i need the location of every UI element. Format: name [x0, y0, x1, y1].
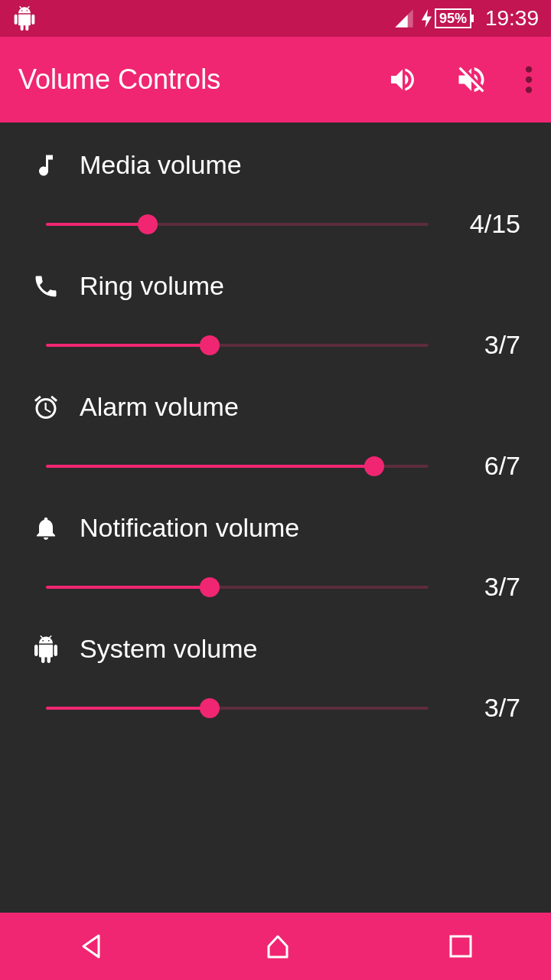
- home-button[interactable]: [262, 931, 293, 962]
- charging-icon: [421, 9, 433, 28]
- volume-section-android: System volume 3/7: [0, 622, 551, 743]
- volume-value: 3/7: [452, 572, 520, 602]
- volume-up-icon[interactable]: [387, 64, 418, 95]
- volume-label: Alarm volume: [80, 392, 239, 422]
- volume-label: Ring volume: [80, 271, 224, 301]
- phone-icon: [31, 273, 61, 300]
- svg-rect-3: [451, 936, 471, 956]
- volume-slider[interactable]: [46, 334, 429, 357]
- app-title: Volume Controls: [18, 64, 220, 96]
- overflow-menu-icon[interactable]: [525, 64, 533, 95]
- signal-icon: [393, 8, 415, 29]
- clock: 19:39: [485, 6, 539, 31]
- back-button[interactable]: [77, 931, 108, 962]
- volume-value: 3/7: [452, 330, 520, 360]
- navigation-bar: [0, 913, 551, 980]
- battery-percentage: 95%: [435, 8, 471, 28]
- android-debug-icon: [12, 6, 37, 31]
- volume-mute-icon[interactable]: [455, 63, 488, 96]
- volume-slider[interactable]: [46, 697, 429, 720]
- volume-section-music: Media volume 4/15: [0, 138, 551, 259]
- android-icon: [31, 635, 61, 663]
- svg-point-0: [526, 67, 532, 73]
- volume-value: 6/7: [452, 451, 520, 481]
- svg-point-1: [526, 77, 532, 83]
- recent-button[interactable]: [448, 933, 474, 959]
- volume-section-phone: Ring volume 3/7: [0, 259, 551, 380]
- volume-label: Notification volume: [80, 513, 299, 543]
- volume-section-alarm: Alarm volume 6/7: [0, 380, 551, 501]
- volume-slider[interactable]: [46, 576, 429, 599]
- status-bar: 95% 19:39: [0, 0, 551, 37]
- music-icon: [31, 152, 61, 179]
- volume-value: 3/7: [452, 693, 520, 723]
- volume-value: 4/15: [452, 209, 520, 239]
- app-bar: Volume Controls: [0, 37, 551, 122]
- volume-list: Media volume 4/15 Ring volume 3/7: [0, 122, 551, 758]
- volume-label: System volume: [80, 634, 257, 664]
- volume-section-bell: Notification volume 3/7: [0, 501, 551, 622]
- alarm-icon: [31, 394, 61, 421]
- volume-slider[interactable]: [46, 455, 429, 478]
- volume-label: Media volume: [80, 150, 242, 180]
- svg-point-2: [526, 87, 532, 93]
- volume-slider[interactable]: [46, 213, 429, 236]
- battery-indicator: 95%: [421, 8, 471, 28]
- bell-icon: [31, 514, 61, 542]
